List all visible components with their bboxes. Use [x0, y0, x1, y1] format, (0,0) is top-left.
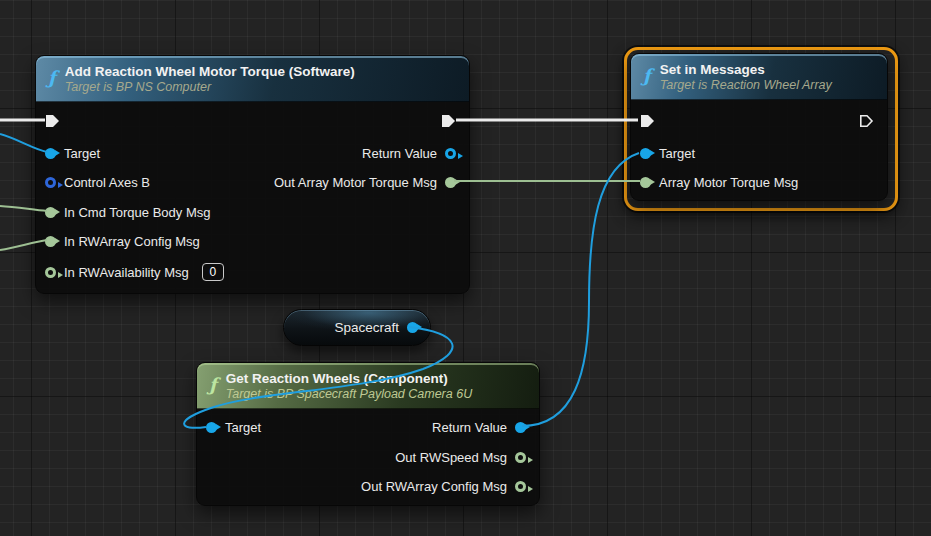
pin-row-out-rwspeed-msg: Out RWSpeed Msg — [395, 447, 526, 467]
node-header[interactable]: ƒ Add Reaction Wheel Motor Torque (Softw… — [36, 56, 469, 102]
pin-label: Return Value — [362, 146, 437, 161]
exec-out-row — [859, 111, 874, 131]
node-title: Get Reaction Wheels (Component) — [226, 371, 472, 386]
node-set-in-messages[interactable]: ƒ Set in Messages Target is Reaction Whe… — [630, 53, 888, 201]
pin-row-return-value: Return Value — [432, 417, 526, 437]
pin-row-target: Target — [45, 143, 100, 163]
object-pin-target[interactable] — [206, 422, 217, 433]
node-header[interactable]: ƒ Set in Messages Target is Reaction Whe… — [631, 54, 887, 100]
pin-label: Out Array Motor Torque Msg — [274, 175, 437, 190]
blueprint-graph-canvas[interactable]: ƒ Add Reaction Wheel Motor Torque (Softw… — [0, 0, 931, 536]
pin-label: Out RWArray Config Msg — [361, 479, 507, 494]
message-pin-in-rwavailability[interactable] — [45, 267, 56, 278]
node-add-reaction-wheel-motor-torque[interactable]: ƒ Add Reaction Wheel Motor Torque (Softw… — [35, 55, 470, 294]
exec-out-pin[interactable] — [441, 114, 456, 128]
pin-row-out-rwarray-config-msg: Out RWArray Config Msg — [361, 476, 526, 496]
variable-label: Spacecraft — [334, 320, 399, 335]
object-pin-return-value[interactable] — [445, 148, 456, 159]
pin-value-field[interactable]: 0 — [202, 263, 224, 281]
pin-row-target: Target — [640, 143, 695, 163]
pin-label: In Cmd Torque Body Msg — [64, 205, 210, 220]
pin-row-return-value: Return Value — [362, 143, 456, 163]
pin-label: Target — [659, 146, 695, 161]
object-pin-target[interactable] — [640, 148, 651, 159]
node-header[interactable]: ƒ Get Reaction Wheels (Component) Target… — [197, 363, 539, 409]
exec-in-row — [640, 111, 655, 131]
pin-label: Target — [225, 420, 261, 435]
object-pin-return-value[interactable] — [515, 422, 526, 433]
pin-label: Control Axes B — [64, 175, 150, 190]
pin-label: Out RWSpeed Msg — [395, 450, 507, 465]
message-pin-out-rwspeed[interactable] — [515, 452, 526, 463]
pin-label: Return Value — [432, 420, 507, 435]
exec-out-pin[interactable] — [859, 114, 874, 128]
pin-row-target: Target — [206, 417, 261, 437]
function-icon: ƒ — [643, 67, 651, 85]
pin-label: Array Motor Torque Msg — [659, 175, 798, 190]
function-icon: ƒ — [48, 69, 56, 87]
message-pin-out-rwarray-config[interactable] — [515, 481, 526, 492]
pin-label: Target — [64, 146, 100, 161]
pin-row-in-rwarray-config-msg: In RWArray Config Msg — [45, 231, 200, 251]
pin-row-in-cmd-torque-body-msg: In Cmd Torque Body Msg — [45, 202, 210, 222]
node-title: Add Reaction Wheel Motor Torque (Softwar… — [65, 64, 355, 79]
exec-out-row — [441, 111, 456, 131]
node-subtitle: Target is BP NS Computer — [65, 80, 355, 94]
function-icon: ƒ — [209, 376, 217, 394]
message-pin-in-cmd-torque[interactable] — [45, 207, 56, 218]
object-pin-target[interactable] — [45, 148, 56, 159]
node-subtitle: Target is Reaction Wheel Array — [660, 78, 832, 92]
pin-label: In RWArray Config Msg — [64, 234, 200, 249]
exec-in-pin[interactable] — [45, 114, 60, 128]
exec-in-row — [45, 111, 60, 131]
pin-row-in-rwavailability-msg: In RWAvailability Msg 0 — [45, 262, 224, 282]
node-spacecraft-variable[interactable]: Spacecraft — [283, 309, 431, 346]
pin-row-control-axes-b: Control Axes B — [45, 172, 150, 192]
node-subtitle: Target is BP Spacecraft Payload Camera 6… — [226, 387, 472, 401]
pin-row-out-array-motor-torque-msg: Out Array Motor Torque Msg — [274, 172, 456, 192]
message-pin-array-motor-torque[interactable] — [640, 177, 651, 188]
struct-pin-control-axes-b[interactable] — [45, 177, 56, 188]
exec-in-pin[interactable] — [640, 114, 655, 128]
pin-label: In RWAvailability Msg — [64, 265, 189, 280]
pin-row-array-motor-torque-msg: Array Motor Torque Msg — [640, 172, 798, 192]
node-title: Set in Messages — [660, 62, 832, 77]
node-get-reaction-wheels[interactable]: ƒ Get Reaction Wheels (Component) Target… — [196, 362, 540, 506]
